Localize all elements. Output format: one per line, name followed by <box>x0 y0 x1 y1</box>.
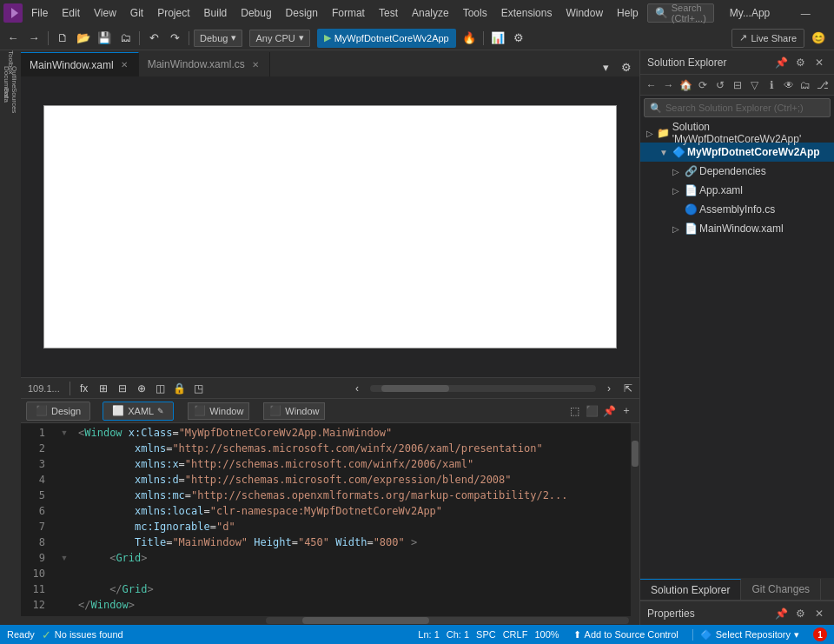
menu-project[interactable]: Project <box>150 3 196 23</box>
se-collapse-btn[interactable]: ⊟ <box>730 77 745 93</box>
se-forward-btn[interactable]: → <box>661 77 677 93</box>
restore-button[interactable]: ❐ <box>825 0 834 26</box>
code-text[interactable]: <Window x:Class="MyWpfDotnetCoreWv2App.M… <box>76 423 631 616</box>
menu-design[interactable]: Design <box>279 3 325 23</box>
minimize-button[interactable]: — <box>785 0 825 26</box>
se-git-btn[interactable]: ⎇ <box>815 77 831 93</box>
tree-expand-deps[interactable]: ▷ <box>670 165 682 177</box>
tree-expand-mainwindow[interactable]: ▷ <box>670 222 682 235</box>
se-back-btn[interactable]: ← <box>644 77 659 93</box>
code-vert-scrollbar[interactable] <box>631 423 639 616</box>
expand-btn[interactable]: ⬚ <box>566 403 582 419</box>
tab-list-button[interactable]: ▾ <box>596 57 615 76</box>
props-pin-btn[interactable]: 📌 <box>773 606 789 621</box>
menu-test[interactable]: Test <box>372 3 405 23</box>
tree-item-mainwindow[interactable]: ▷ 📄 MainWindow.xaml <box>640 219 834 238</box>
code-area[interactable]: <Window x:Class="MyWpfDotnetCoreWv2App.M… <box>76 423 639 616</box>
menu-view[interactable]: View <box>87 3 123 23</box>
live-share-button[interactable]: ↗ Live Share <box>731 29 804 48</box>
back-button[interactable]: ← <box>3 29 23 48</box>
se-settings-button[interactable]: ⚙ <box>792 55 808 70</box>
platform-dropdown[interactable]: Any CPU ▾ <box>249 30 309 47</box>
se-close-button[interactable]: ✕ <box>811 55 827 70</box>
menu-analyze[interactable]: Analyze <box>405 3 456 23</box>
diagnostic-button[interactable]: 📊 <box>488 29 507 48</box>
menu-window[interactable]: Window <box>559 3 610 23</box>
add-code-btn[interactable]: ＋ <box>619 403 634 419</box>
code-horiz-scrollbar[interactable] <box>21 616 639 625</box>
format-button[interactable]: fx <box>76 381 92 396</box>
lock-button[interactable]: 🔒 <box>172 381 188 396</box>
save-all-button[interactable]: 🗂 <box>116 29 135 48</box>
menu-help[interactable]: Help <box>610 3 645 23</box>
props-close-btn[interactable]: ✕ <box>811 606 827 621</box>
ruler-button[interactable]: ◫ <box>153 381 169 396</box>
se-filter-btn[interactable]: ▽ <box>746 77 762 93</box>
scroll-track[interactable] <box>266 617 629 624</box>
settings-button[interactable]: ⚙ <box>509 29 528 48</box>
window-selector-2[interactable]: ⬛ Window <box>263 402 325 420</box>
fit-button[interactable]: ◳ <box>191 381 207 396</box>
source-control-button[interactable]: ⬆ Add to Source Control <box>566 629 685 641</box>
tab-mainwindow-cs[interactable]: MainWindow.xaml.cs ✕ <box>139 52 270 76</box>
menu-file[interactable]: File <box>24 3 55 23</box>
se-preview-btn[interactable]: 👁 <box>781 77 797 93</box>
debug-config-dropdown[interactable]: Debug ▾ <box>194 30 242 47</box>
se-refresh-btn[interactable]: ↺ <box>712 77 728 93</box>
scroll-right-button[interactable]: › <box>601 381 617 396</box>
tree-item-deps[interactable]: ▷ 🔗 Dependencies <box>640 162 834 181</box>
solution-search-box[interactable]: 🔍 Search Solution Explorer (Ctrl+;) <box>644 98 831 117</box>
scroll-left-button[interactable]: ‹ <box>349 381 365 396</box>
new-project-button[interactable]: 🗋 <box>53 29 72 48</box>
menu-debug[interactable]: Debug <box>234 3 278 23</box>
se-files-btn[interactable]: 🗂 <box>798 77 814 93</box>
undo-button[interactable]: ↶ <box>144 29 163 48</box>
run-button[interactable]: ▶ MyWpfDotnetCoreWv2App <box>317 29 456 48</box>
se-props-btn[interactable]: ℹ <box>764 77 779 93</box>
sidebar-data-sources[interactable]: Data Sources <box>2 92 19 110</box>
open-button[interactable]: 📂 <box>74 29 93 48</box>
window-selector-dropdown[interactable]: ⬛ Window <box>188 402 249 420</box>
grid-alt-button[interactable]: ⊟ <box>115 381 130 396</box>
tree-item-appxaml[interactable]: ▷ 📄 App.xaml <box>640 181 834 200</box>
props-settings-btn[interactable]: ⚙ <box>792 606 808 621</box>
collapse-btn[interactable]: ⬛ <box>584 403 599 419</box>
attach-button[interactable]: 🔥 <box>460 29 479 48</box>
se-pin-button[interactable]: 📌 <box>773 55 789 70</box>
global-search-box[interactable]: 🔍 Search (Ctrl+...) <box>647 3 714 23</box>
design-view-toggle[interactable]: ⬛ Design <box>26 402 90 421</box>
svg-marker-1 <box>11 8 18 18</box>
tree-expand-project[interactable]: ▼ <box>658 146 670 158</box>
menu-tools[interactable]: Tools <box>456 3 494 23</box>
se-tab-git-changes[interactable]: Git Changes <box>741 579 821 600</box>
se-sync-btn[interactable]: ⟳ <box>695 77 711 93</box>
menu-extensions[interactable]: Extensions <box>494 3 559 23</box>
title-bar: File Edit View Git Project Build Debug D… <box>0 0 834 26</box>
snap-button[interactable]: ⊕ <box>134 381 149 396</box>
tab-mainwindow-xaml[interactable]: MainWindow.xaml ✕ <box>21 52 139 76</box>
se-home-btn[interactable]: 🏠 <box>678 77 693 93</box>
tab-xaml-close[interactable]: ✕ <box>119 59 129 70</box>
grid-button[interactable]: ⊞ <box>96 381 111 396</box>
pin-btn[interactable]: 📌 <box>601 403 617 419</box>
menu-git[interactable]: Git <box>123 3 150 23</box>
tree-expand-appxaml[interactable]: ▷ <box>670 184 682 196</box>
forward-button[interactable]: → <box>24 29 43 48</box>
menu-format[interactable]: Format <box>325 3 372 23</box>
tab-cs-close[interactable]: ✕ <box>250 59 261 70</box>
menu-edit[interactable]: Edit <box>55 3 87 23</box>
se-tab-solution-explorer[interactable]: Solution Explorer <box>640 579 741 600</box>
error-badge[interactable]: 1 <box>813 627 827 641</box>
save-button[interactable]: 💾 <box>95 29 114 48</box>
feedback-button[interactable]: 😊 <box>806 29 831 48</box>
redo-button[interactable]: ↷ <box>165 29 184 48</box>
tab-settings-button[interactable]: ⚙ <box>617 57 636 76</box>
select-repository-button[interactable]: 🔷 Select Repository ▾ <box>692 629 806 641</box>
expand-code-button[interactable]: ⇱ <box>620 381 636 396</box>
xaml-view-toggle[interactable]: ⬜ XAML ✎ <box>103 402 174 421</box>
tree-item-solution[interactable]: ▷ 📁 Solution 'MyWpfDotnetCoreWv2App' <box>640 123 834 143</box>
tree-item-project[interactable]: ▼ 🔷 MyWpfDotnetCoreWv2App <box>640 143 834 162</box>
tree-expand-solution[interactable]: ▷ <box>644 127 655 139</box>
menu-build[interactable]: Build <box>197 3 235 23</box>
tree-item-assemblyinfo[interactable]: 🔵 AssemblyInfo.cs <box>640 200 834 219</box>
